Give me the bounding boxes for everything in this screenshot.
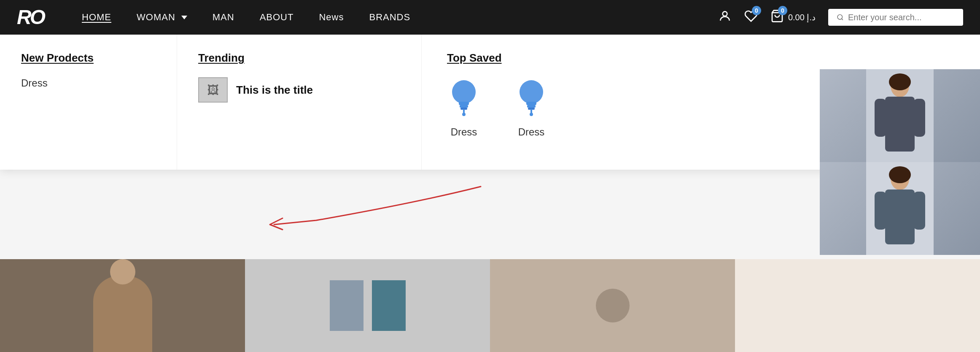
lightbulb-icon-1 [447, 77, 481, 119]
trending-title: Trending [198, 51, 400, 65]
page-img-4 [735, 259, 980, 352]
nav-brands[interactable]: BRANDS [356, 0, 423, 35]
svg-rect-25 [875, 192, 886, 230]
dropdown-new-products: New Prodects Dress [0, 35, 177, 170]
fashion-figure-2 [820, 162, 980, 255]
nav-links: HOME WOMAN MAN ABOUT News BRANDS [69, 0, 718, 35]
lightbulb-icon-2 [514, 77, 548, 119]
svg-point-3 [452, 80, 476, 104]
svg-rect-24 [885, 190, 915, 244]
svg-point-8 [462, 113, 466, 116]
svg-rect-11 [527, 105, 536, 108]
fashion-figure-1 [820, 69, 980, 162]
svg-rect-20 [913, 99, 925, 137]
user-icon[interactable] [718, 9, 732, 26]
side-images [820, 69, 980, 255]
svg-point-0 [723, 11, 727, 16]
nav-woman[interactable]: WOMAN [124, 0, 200, 35]
trending-item-title: This is the title [236, 84, 313, 97]
cart-badge: 0 [778, 6, 787, 15]
search-input[interactable] [848, 13, 955, 22]
svg-rect-5 [460, 105, 468, 108]
navbar: RO HOME WOMAN MAN ABOUT News BRANDS 0 [0, 0, 980, 35]
dropdown-trending: Trending This is the title [177, 35, 422, 170]
wishlist-icon[interactable]: 0 [744, 9, 758, 26]
svg-rect-18 [885, 97, 915, 152]
nav-right: 0 0 د.إ 0.00 [718, 9, 963, 26]
svg-rect-19 [875, 99, 886, 137]
trending-image [198, 77, 228, 103]
nav-news[interactable]: News [306, 0, 356, 35]
new-products-dress[interactable]: Dress [21, 77, 156, 89]
chevron-down-icon [181, 16, 187, 19]
side-image-1 [820, 69, 980, 162]
wishlist-badge: 0 [752, 6, 761, 15]
saved-item-2[interactable]: Dress [514, 77, 548, 138]
nav-man[interactable]: MAN [200, 0, 247, 35]
svg-rect-4 [459, 102, 469, 105]
saved-item-1[interactable]: Dress [447, 77, 481, 138]
svg-point-2 [837, 15, 842, 19]
page-img-1 [0, 259, 245, 352]
side-image-2 [820, 162, 980, 255]
svg-point-17 [889, 73, 911, 90]
svg-rect-26 [913, 192, 925, 230]
search-icon [837, 12, 844, 22]
saved-item-1-label: Dress [451, 126, 477, 138]
cart-icon[interactable]: 0 د.إ 0.00 [770, 9, 816, 26]
new-products-title: New Prodects [21, 51, 156, 65]
nav-about[interactable]: ABOUT [247, 0, 307, 35]
brand-logo[interactable]: RO [17, 7, 44, 27]
svg-point-9 [520, 80, 543, 104]
nav-home[interactable]: HOME [69, 0, 124, 35]
page-img-3 [490, 259, 735, 352]
top-saved-title: Top Saved [447, 51, 955, 65]
svg-rect-10 [526, 102, 536, 105]
svg-point-14 [530, 113, 533, 116]
trending-item[interactable]: This is the title [198, 77, 400, 103]
page-img-2 [245, 259, 490, 352]
cart-amount: د.إ 0.00 [788, 12, 816, 22]
dropdown-overlay: New Prodects Dress Trending This is the … [0, 35, 980, 170]
search-box[interactable] [828, 9, 963, 26]
page-content [0, 259, 980, 352]
svg-point-23 [889, 166, 911, 183]
saved-item-2-label: Dress [518, 126, 545, 138]
